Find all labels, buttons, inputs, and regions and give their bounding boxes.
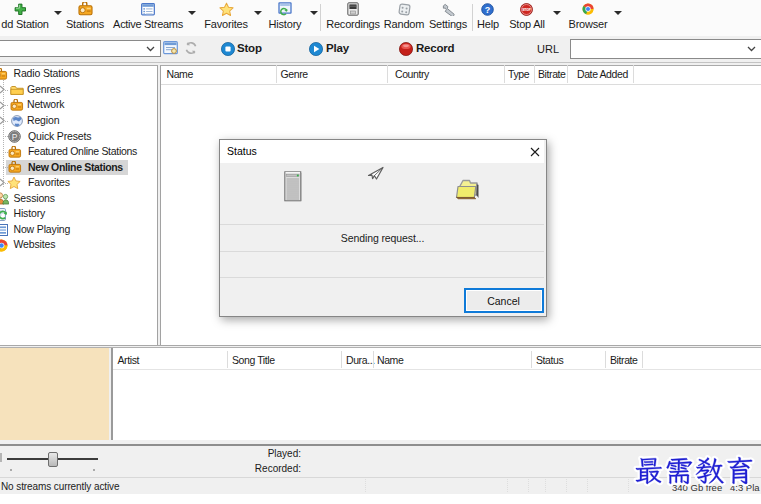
- svg-text:P: P: [12, 131, 18, 141]
- svg-text:STOP: STOP: [522, 7, 531, 11]
- svg-text:?: ?: [485, 4, 491, 14]
